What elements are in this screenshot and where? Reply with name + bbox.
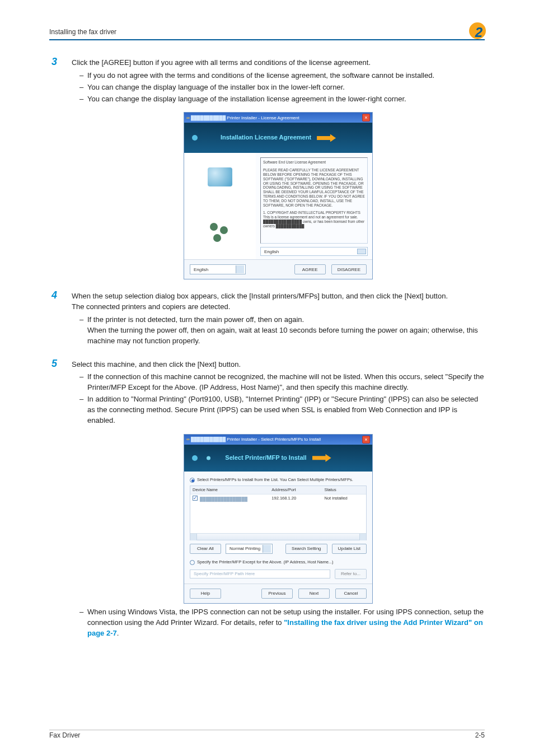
radio-specify-printer[interactable]: Specify the Printer/MFP Except for the A… xyxy=(190,559,367,566)
dialog-titlebar: ∞ ███████████ Printer Installer - Select… xyxy=(184,435,372,445)
step-4: 4 When the setup selection dialog box ap… xyxy=(49,290,485,347)
step-lead: Click the [AGREE] button if you agree wi… xyxy=(72,58,485,68)
chapter-number: 2 xyxy=(475,25,483,40)
cell-address: 192.168.1.20 xyxy=(269,494,322,504)
disagree-button[interactable]: DISAGREE xyxy=(331,264,367,274)
update-list-button[interactable]: Update List xyxy=(332,544,367,554)
app-icon: ∞ xyxy=(186,115,189,122)
bullet-text: If the connection of this machine cannot… xyxy=(87,372,485,393)
select-printer-dialog: ∞ ███████████ Printer Installer - Select… xyxy=(184,434,373,604)
dialog-title: Printer Installer - Select Printers/MFPs… xyxy=(227,437,321,442)
printer-list: Device Name Address/Port Status ████████… xyxy=(190,486,367,541)
bullet-text: If the printer is not detected, turn the… xyxy=(87,315,485,347)
installer-language-select[interactable]: English xyxy=(190,264,246,274)
bullet-text: In addition to "Normal Printing" (Port91… xyxy=(87,394,485,426)
dialog-banner: Select Printer/MFP to Install xyxy=(184,445,372,472)
arrow-icon xyxy=(317,134,336,142)
step-3: 3 Click the [AGREE] button if you agree … xyxy=(49,56,485,279)
print-mode-select[interactable]: Normal Printing xyxy=(226,544,273,554)
agree-button[interactable]: AGREE xyxy=(294,264,326,274)
license-body-text: PLEASE READ CAREFULLY THE LICENSE AGREEM… xyxy=(263,168,365,207)
bullet-text: When using Windows Vista, the IPPS conne… xyxy=(87,607,485,639)
header-rule xyxy=(49,39,485,40)
banner-title: Select Printer/MFP to Install xyxy=(225,454,306,463)
radio-icon xyxy=(190,478,195,483)
dialog-title: Printer Installer - License Agreement xyxy=(227,115,299,120)
license-section-body: This is a license agreement and not an a… xyxy=(263,215,365,228)
bullet-text: If you do not agree with the terms and c… xyxy=(87,71,485,81)
clear-all-button[interactable]: Clear All xyxy=(190,544,221,554)
horizontal-scrollbar[interactable] xyxy=(190,533,366,540)
bullet-text: You can change the display language of t… xyxy=(87,82,485,93)
footer-page-number: 2-5 xyxy=(475,731,485,739)
refer-to-button[interactable]: Refer to... xyxy=(335,569,367,579)
printer-row[interactable]: ████████████████ 192.168.1.20 Not instal… xyxy=(190,494,366,504)
col-status: Status xyxy=(322,486,366,494)
bullet-text: You can change the display language of t… xyxy=(87,94,485,105)
dialog-titlebar: ∞ ███████████ Printer Installer - Licens… xyxy=(184,113,372,123)
close-icon[interactable]: × xyxy=(362,436,370,444)
col-device-name: Device Name xyxy=(190,486,269,494)
scroll-left-icon[interactable] xyxy=(190,534,197,540)
bullet-dash: – xyxy=(79,71,87,81)
app-icon: ∞ xyxy=(186,436,189,443)
col-address-port: Address/Port xyxy=(269,486,322,494)
step-5: 5 Select this machine, and then click th… xyxy=(49,358,485,640)
radio-label: Select Printers/MFPs to Install from the… xyxy=(197,477,353,483)
bullet-dash: – xyxy=(79,607,87,639)
arrow-icon xyxy=(312,454,331,462)
radio-select-from-list[interactable]: Select Printers/MFPs to Install from the… xyxy=(190,477,367,483)
bullet-dash: – xyxy=(79,394,87,426)
footer-left: Fax Driver xyxy=(49,731,80,739)
step-number: 5 xyxy=(49,358,72,640)
cell-device-name: ████████████████ xyxy=(200,497,247,502)
license-text-area[interactable]: Software End User License Agreement PLEA… xyxy=(260,157,368,244)
previous-button[interactable]: Previous xyxy=(261,589,293,599)
step-number: 4 xyxy=(49,290,72,347)
blobs-image xyxy=(208,221,232,245)
bullet-dash: – xyxy=(79,372,87,393)
search-setting-button[interactable]: Search Setting xyxy=(285,544,327,554)
banner-title: Installation License Agreement xyxy=(221,133,311,142)
cell-status: Not installed xyxy=(322,494,366,504)
globe-image xyxy=(208,167,232,186)
scroll-right-icon[interactable] xyxy=(359,534,366,540)
chapter-indicator: 2 xyxy=(465,20,485,36)
help-button[interactable]: Help xyxy=(190,589,221,599)
page-header-title: Installing the fax driver xyxy=(49,28,116,36)
step-lead-2: The connected printers and copiers are d… xyxy=(72,302,485,312)
license-language-select[interactable]: English xyxy=(260,247,368,256)
radio-label: Specify the Printer/MFP Except for the A… xyxy=(197,559,334,566)
close-icon[interactable]: × xyxy=(362,114,370,122)
license-heading: Software End User License Agreement xyxy=(263,160,365,165)
step-lead: When the setup selection dialog box appe… xyxy=(72,291,485,302)
next-button[interactable]: Next xyxy=(298,589,330,599)
dialog-banner: Installation License Agreement xyxy=(184,123,372,153)
license-dialog: ∞ ███████████ Printer Installer - Licens… xyxy=(184,112,373,279)
checkbox-icon[interactable] xyxy=(193,496,198,501)
step-lead: Select this machine, and then click the … xyxy=(72,360,485,370)
bullet-dash: – xyxy=(79,82,87,93)
cancel-button[interactable]: Cancel xyxy=(335,589,367,599)
step-number: 3 xyxy=(49,56,72,279)
printer-path-input[interactable]: Specify Printer/MFP Path Here xyxy=(190,570,330,578)
radio-icon xyxy=(190,560,195,565)
bullet-dash: – xyxy=(79,315,87,347)
bullet-dash: – xyxy=(79,94,87,105)
license-section-title: 1. COPYRIGHT AND INTELLECTUAL PROPERTY R… xyxy=(263,211,365,215)
